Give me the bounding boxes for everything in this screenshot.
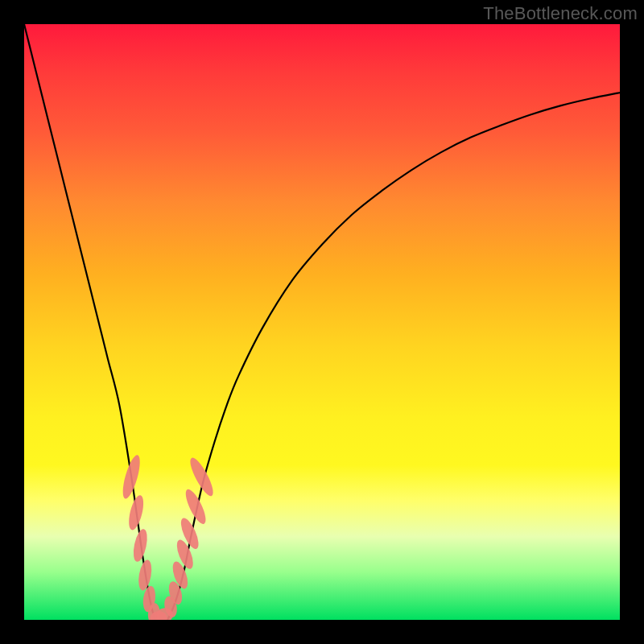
curve-marker: [147, 603, 161, 620]
curve-marker: [174, 538, 196, 571]
curve-marker: [119, 453, 143, 500]
curve-marker: [163, 595, 179, 618]
curve-marker: [137, 559, 154, 591]
curve-marker: [131, 528, 150, 564]
plot-area: [24, 24, 620, 620]
chart-svg: [24, 24, 620, 620]
curve-marker: [182, 487, 209, 526]
curve-marker: [167, 580, 184, 606]
curve-markers: [119, 453, 217, 620]
curve-marker: [178, 516, 202, 551]
watermark-text: TheBottleneck.com: [483, 3, 638, 24]
bottleneck-curve: [24, 24, 620, 620]
curve-marker: [170, 559, 191, 590]
chart-frame: TheBottleneck.com: [0, 0, 644, 644]
curve-marker: [142, 585, 157, 613]
curve-marker: [151, 611, 167, 620]
curve-marker: [126, 493, 147, 531]
curve-marker: [156, 607, 174, 620]
curve-marker: [186, 455, 217, 498]
